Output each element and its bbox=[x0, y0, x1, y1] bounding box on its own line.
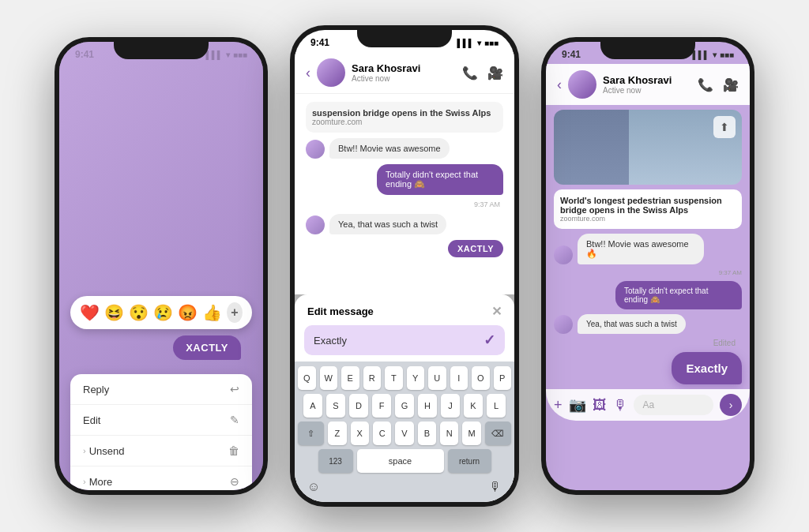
phone-call-icon[interactable]: 📞 bbox=[462, 66, 478, 81]
contact-status-3: Active now bbox=[603, 86, 691, 95]
back-button-3[interactable]: ‹ bbox=[557, 77, 562, 93]
key-U[interactable]: U bbox=[428, 366, 446, 390]
add-button-3[interactable]: + bbox=[554, 397, 563, 414]
chat-input-bar-3: + 📷 🖼 🎙 Aa › bbox=[546, 389, 750, 421]
menu-item-reply[interactable]: Reply ↩ bbox=[70, 374, 252, 405]
key-G[interactable]: G bbox=[395, 394, 414, 418]
msg-avatar-twist-3 bbox=[554, 315, 573, 334]
more-label: › More bbox=[83, 476, 112, 488]
key-B[interactable]: B bbox=[418, 421, 436, 445]
kb-row-1: Q W E R T Y U I O P bbox=[298, 366, 511, 390]
edit-icon: ✎ bbox=[230, 414, 239, 426]
emoji-wow[interactable]: 😯 bbox=[129, 303, 149, 322]
share-button-3[interactable]: ⬆ bbox=[713, 116, 736, 138]
edit-modal-header: Edit message ✕ bbox=[295, 294, 514, 325]
key-R[interactable]: R bbox=[363, 366, 382, 390]
emoji-angry[interactable]: 😡 bbox=[178, 303, 198, 322]
key-P[interactable]: P bbox=[494, 366, 512, 390]
video-call-icon-3[interactable]: 🎥 bbox=[723, 77, 739, 92]
key-X[interactable]: X bbox=[351, 421, 369, 445]
link-card-3: World's longest pedestrian suspension br… bbox=[554, 189, 742, 229]
avatar-3 bbox=[568, 70, 596, 99]
link-title-2: suspension bridge opens in the Swiss Alp… bbox=[312, 108, 497, 118]
key-J[interactable]: J bbox=[441, 394, 460, 418]
back-button[interactable]: ‹ bbox=[306, 65, 310, 81]
edit-input-row: Exactly ✓ bbox=[304, 325, 505, 355]
key-T[interactable]: T bbox=[385, 366, 403, 390]
status-bar-2: 9:41 ▌▌▌ ▾ ■■■ bbox=[295, 30, 514, 52]
scene: 9:41 ▌▌▌ ▾ ■■■ ❤️ 😆 😯 😢 😡 👍 + bbox=[0, 0, 809, 532]
edit-input[interactable]: Exactly bbox=[314, 335, 477, 347]
key-L[interactable]: L bbox=[487, 394, 506, 418]
emoji-heart[interactable]: ❤️ bbox=[80, 303, 100, 322]
key-shift[interactable]: ⇧ bbox=[298, 421, 324, 445]
phone-1-screen: 9:41 ▌▌▌ ▾ ■■■ ❤️ 😆 😯 😢 😡 👍 + bbox=[59, 42, 263, 490]
emoji-more-button[interactable]: + bbox=[227, 302, 243, 323]
key-space[interactable]: space bbox=[357, 449, 444, 473]
chat-input-field-3[interactable]: Aa bbox=[634, 395, 713, 415]
contact-status-2: Active now bbox=[352, 74, 456, 83]
key-D[interactable]: D bbox=[349, 394, 368, 418]
key-V[interactable]: V bbox=[395, 421, 413, 445]
key-return[interactable]: return bbox=[448, 449, 491, 473]
emoji-keyboard-button[interactable]: ☺ bbox=[307, 480, 320, 494]
chat-header-3: ‹ Sara Khosravi Active now 📞 🎥 bbox=[546, 64, 750, 105]
key-C[interactable]: C bbox=[373, 421, 391, 445]
link-url-2: zoomture.com bbox=[312, 118, 497, 126]
key-I[interactable]: I bbox=[450, 366, 468, 390]
link-preview-2: suspension bridge opens in the Swiss Alp… bbox=[306, 102, 503, 133]
key-E[interactable]: E bbox=[341, 366, 359, 390]
key-F[interactable]: F bbox=[372, 394, 391, 418]
edit-label: Edit bbox=[83, 414, 100, 426]
bubble-btw: Btw!! Movie was awesome bbox=[329, 138, 450, 159]
emoji-cry[interactable]: 😢 bbox=[153, 303, 173, 322]
menu-item-more[interactable]: › More ⊖ bbox=[70, 466, 252, 490]
video-call-icon[interactable]: 🎥 bbox=[487, 66, 503, 81]
status-icons-2: ▌▌▌ ▾ ■■■ bbox=[457, 39, 499, 47]
emoji-thumbsup[interactable]: 👍 bbox=[202, 303, 222, 322]
key-W[interactable]: W bbox=[320, 366, 338, 390]
key-H[interactable]: H bbox=[418, 394, 437, 418]
msg-twist: Yea, that was such a twist bbox=[306, 214, 503, 234]
unsend-chevron: › bbox=[83, 446, 86, 455]
bubble-totally: Totally didn't expect that ending 🙈 bbox=[377, 164, 503, 195]
phone-call-icon-3[interactable]: 📞 bbox=[698, 77, 713, 92]
time-3: 9:41 bbox=[562, 49, 581, 60]
camera-button-3[interactable]: 📷 bbox=[569, 396, 586, 414]
key-K[interactable]: K bbox=[464, 394, 483, 418]
edit-modal-overlay: Edit message ✕ Exactly ✓ Q W E R bbox=[295, 294, 514, 502]
edit-confirm-button[interactable]: ✓ bbox=[484, 332, 495, 349]
key-Z[interactable]: Z bbox=[328, 421, 346, 445]
key-Q[interactable]: Q bbox=[298, 366, 316, 390]
key-123[interactable]: 123 bbox=[318, 449, 353, 473]
menu-item-unsend[interactable]: › Unsend 🗑 bbox=[70, 436, 252, 466]
mic-button[interactable]: 🎙 bbox=[489, 480, 502, 494]
image-button-3[interactable]: 🖼 bbox=[593, 397, 607, 414]
mic-button-3[interactable]: 🎙 bbox=[613, 397, 627, 414]
key-S[interactable]: S bbox=[326, 394, 345, 418]
menu-item-edit[interactable]: Edit ✎ bbox=[70, 405, 252, 436]
key-M[interactable]: M bbox=[462, 421, 480, 445]
contact-name-2: Sara Khosravi bbox=[352, 62, 456, 74]
chat-body-2: suspension bridge opens in the Swiss Alp… bbox=[295, 94, 514, 265]
key-O[interactable]: O bbox=[472, 366, 490, 390]
send-button-3[interactable]: › bbox=[720, 394, 742, 416]
emoji-laugh[interactable]: 😆 bbox=[104, 303, 124, 322]
more-chevron: › bbox=[83, 477, 86, 486]
phone-3-screen: 9:41 ▌▌▌ ▾ ■■■ ‹ Sara Khosravi Active no… bbox=[546, 42, 750, 490]
key-Y[interactable]: Y bbox=[407, 366, 425, 390]
emoji-bar: ❤️ 😆 😯 😢 😡 👍 + bbox=[70, 296, 252, 329]
key-A[interactable]: A bbox=[303, 394, 322, 418]
chat-body-3: ⬆ World's longest pedestrian suspension … bbox=[546, 105, 750, 389]
key-N[interactable]: N bbox=[440, 421, 458, 445]
input-placeholder-3: Aa bbox=[643, 399, 655, 410]
status-icons-3: ▌▌▌ ▾ ■■■ bbox=[693, 51, 734, 59]
phone-1-content: ❤️ 😆 😯 😢 😡 👍 + XACTLY Reply ↩ bbox=[59, 64, 263, 490]
key-backspace[interactable]: ⌫ bbox=[485, 421, 511, 445]
edit-modal-title: Edit message bbox=[307, 305, 374, 317]
kb-row-4: 123 space return bbox=[298, 449, 511, 473]
time-2: 9:41 bbox=[310, 37, 329, 48]
keyboard: Q W E R T Y U I O P A bbox=[295, 362, 514, 502]
phone-2: 9:41 ▌▌▌ ▾ ■■■ ‹ Sara Khosravi Active no… bbox=[290, 25, 519, 507]
edit-modal-close-button[interactable]: ✕ bbox=[491, 304, 502, 319]
